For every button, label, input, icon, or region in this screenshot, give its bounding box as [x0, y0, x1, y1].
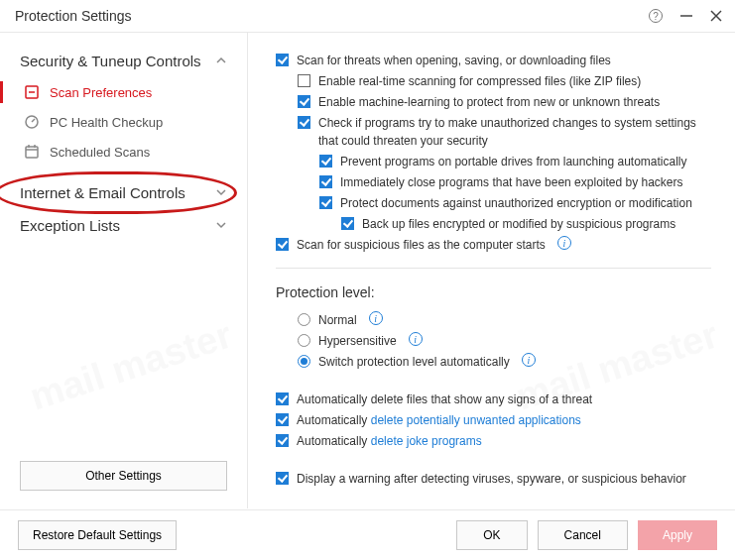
radio-pl-auto[interactable] — [298, 355, 310, 368]
chevron-up-icon — [215, 53, 227, 69]
label-pl-auto: Switch protection level automatically — [318, 353, 510, 371]
protection-level-title: Protection level: — [276, 282, 711, 303]
label-auto-del-joke: Automatically delete joke programs — [297, 432, 482, 450]
svg-rect-11 — [26, 147, 38, 158]
svg-text:?: ? — [653, 11, 659, 22]
sidebar-item-label: PC Health Checkup — [50, 115, 163, 130]
info-icon[interactable]: i — [369, 311, 383, 325]
label-check-unauth: Check if programs try to make unauthoriz… — [318, 114, 711, 150]
section-label: Internet & Email Controls — [20, 184, 185, 201]
sidebar-item-label: Scheduled Scans — [50, 145, 150, 160]
sidebar-item-pc-health[interactable]: PC Health Checkup — [0, 107, 247, 137]
cancel-button[interactable]: Cancel — [538, 520, 628, 550]
link-delete-pua[interactable]: delete potentially unwanted applications — [371, 413, 581, 427]
checkbox-protect-docs[interactable] — [319, 196, 332, 209]
label-ml-protect: Enable machine-learning to protect from … — [318, 93, 660, 111]
radio-pl-hyper[interactable] — [298, 334, 310, 347]
radio-pl-normal[interactable] — [298, 313, 310, 326]
checkbox-auto-del-pua[interactable] — [276, 413, 289, 426]
label-protect-docs: Protect documents against unauthorized e… — [340, 194, 692, 212]
checkbox-display-warning[interactable] — [276, 472, 289, 485]
divider — [276, 268, 711, 269]
sidebar-item-label: Scan Preferences — [50, 85, 152, 100]
help-icon[interactable]: ? — [648, 8, 664, 24]
label-display-warning: Display a warning after detecting viruse… — [297, 470, 686, 488]
label-pl-normal: Normal — [318, 311, 357, 329]
page-title: Protection Settings — [15, 8, 132, 24]
minimize-icon[interactable] — [679, 9, 693, 23]
label-pl-hyper: Hypersensitive — [318, 332, 397, 350]
svg-line-10 — [32, 119, 35, 122]
label-auto-del-threat: Automatically delete files that show any… — [297, 391, 592, 408]
checkbox-ml-protect[interactable] — [298, 95, 310, 108]
apply-button[interactable]: Apply — [638, 520, 717, 550]
checkbox-scan-threats[interactable] — [276, 54, 289, 66]
close-icon[interactable] — [709, 9, 723, 23]
section-internet-email[interactable]: Internet & Email Controls — [0, 176, 247, 209]
info-icon[interactable]: i — [557, 236, 571, 250]
label-prevent-portable: Prevent programs on portable drives from… — [340, 153, 687, 170]
chevron-down-icon — [215, 217, 227, 234]
checkbox-scan-startup[interactable] — [276, 238, 289, 251]
chevron-down-icon — [215, 184, 227, 201]
checkbox-check-unauth[interactable] — [298, 116, 310, 129]
label-close-exploited: Immediately close programs that have bee… — [340, 173, 683, 191]
ok-button[interactable]: OK — [456, 520, 527, 550]
info-icon[interactable]: i — [522, 353, 536, 367]
label-auto-del-pua: Automatically delete potentially unwante… — [297, 411, 581, 429]
label-scan-startup: Scan for suspicious files as the compute… — [297, 236, 546, 254]
calendar-icon — [24, 144, 40, 160]
info-icon[interactable]: i — [409, 332, 423, 346]
label-scan-threats: Scan for threats when opening, saving, o… — [297, 52, 611, 69]
checkbox-auto-del-threat[interactable] — [276, 392, 289, 405]
link-delete-joke[interactable]: delete joke programs — [371, 434, 482, 448]
restore-defaults-button[interactable]: Restore Default Settings — [18, 520, 177, 550]
other-settings-button[interactable]: Other Settings — [20, 461, 227, 491]
checkbox-auto-del-joke[interactable] — [276, 434, 289, 447]
checkbox-prevent-portable[interactable] — [319, 155, 332, 168]
content-panel: Scan for threats when opening, saving, o… — [248, 33, 735, 508]
checkbox-realtime-zip[interactable] — [298, 74, 310, 87]
section-label: Security & Tuneup Controls — [20, 53, 201, 69]
gauge-icon — [24, 114, 40, 130]
section-exception-lists[interactable]: Exception Lists — [0, 209, 247, 242]
scan-icon — [24, 84, 40, 100]
checkbox-close-exploited[interactable] — [319, 175, 332, 188]
section-label: Exception Lists — [20, 217, 120, 234]
sidebar: Security & Tuneup Controls Scan Preferen… — [0, 33, 248, 508]
sidebar-item-scan-preferences[interactable]: Scan Preferences — [0, 77, 247, 107]
label-backup-enc: Back up files encrypted or modified by s… — [362, 215, 675, 233]
sidebar-item-scheduled-scans[interactable]: Scheduled Scans — [0, 137, 247, 167]
checkbox-backup-enc[interactable] — [341, 217, 354, 230]
label-realtime-zip: Enable real-time scanning for compressed… — [318, 72, 641, 90]
section-security-tuneup[interactable]: Security & Tuneup Controls — [0, 45, 247, 77]
